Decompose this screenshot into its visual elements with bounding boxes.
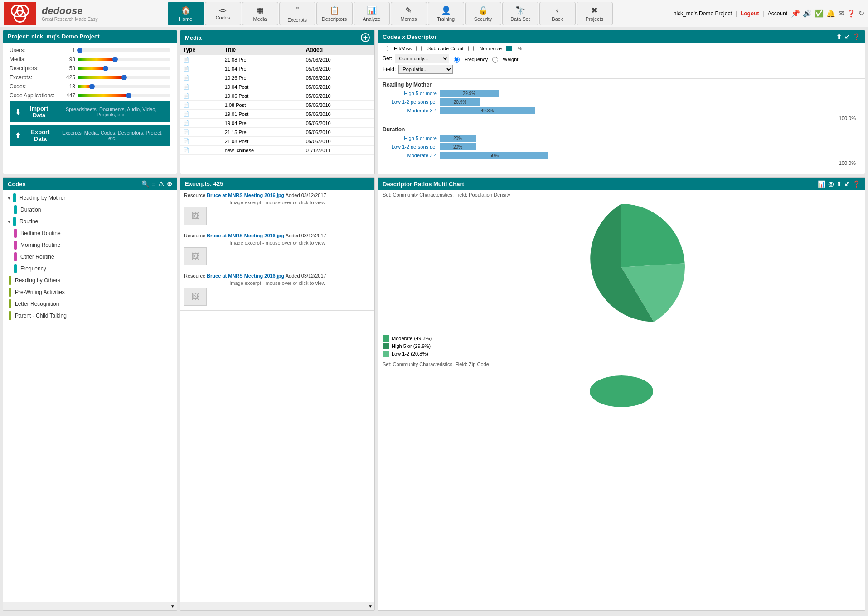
excerpt-filename[interactable]: Bruce at MNRS Meeting 2016.jpg [207,273,284,279]
excerpt-thumbnail[interactable]: 🖼 [184,288,207,306]
warning-icon[interactable]: ⚠ [158,180,164,188]
metric-descriptors-label: Descriptors: [10,65,59,72]
pin-icon[interactable]: 📌 [791,9,800,18]
ratios-content[interactable]: Set: Community Characteristics, Field: P… [378,190,865,610]
media-add-icon[interactable]: + [361,33,370,42]
metric-codes: Codes: 13 [10,83,170,90]
help-icon[interactable]: ❓ [847,9,856,18]
filter-icon[interactable]: ≡ [152,180,155,188]
chart-total: 100.0% [383,160,856,166]
media-row[interactable]: 📄1.08 Post05/06/2010 [180,101,374,110]
media-row[interactable]: 📄21.15 Pre05/06/2010 [180,128,374,137]
hitmiss-label: Hit/Miss [394,46,412,51]
list-item[interactable]: ▼ Routine [3,216,177,227]
import-button[interactable]: ⬇ Import Data Spreadsheets, Documents, A… [10,101,170,122]
pie-segment-moderate [621,204,685,267]
set-select[interactable]: Community... [395,54,449,63]
frequency-radio[interactable] [454,57,460,63]
account-button[interactable]: Account [768,10,787,17]
media-scroll[interactable]: Type Title Added 📄21.08 Pre05/06/2010📄11… [180,45,374,155]
tab-projects[interactable]: ✖ Projects [577,2,613,25]
metric-users-value: 1 [59,47,75,53]
media-row[interactable]: 📄new_chinese01/12/2011 [180,146,374,155]
logout-button[interactable]: Logout [741,10,759,17]
list-item[interactable]: Pre-Writing Activities [3,286,177,298]
list-item[interactable]: Morning Routine [3,239,177,251]
excerpt-thumbnail[interactable]: 🖼 [184,207,207,225]
metric-codeapps: Code Applications: 447 [10,92,170,99]
media-row[interactable]: 📄11.04 Pre05/06/2010 [180,64,374,73]
expand-icon[interactable]: ⤢ [844,33,850,40]
tab-codes[interactable]: <> Codes [205,2,241,25]
media-row[interactable]: 📄21.08 Post05/06/2010 [180,137,374,146]
codex-controls: Hit/Miss Sub-code Count Normalize % Set:… [378,43,865,79]
tab-descriptors[interactable]: 📋 Descriptors [316,2,353,25]
media-title-cell: 19.04 Post [222,82,303,91]
subcode-checkbox[interactable] [416,46,422,51]
list-item[interactable]: Duration [3,204,177,216]
export-button[interactable]: ⬆ Export Data Excerpts, Media, Codes, De… [10,125,170,146]
tab-media-label: Media [253,16,267,22]
media-row[interactable]: 📄10.26 Pre05/06/2010 [180,73,374,82]
tab-analyze-label: Analyze [363,16,380,22]
metric-codeapps-value: 447 [59,92,75,99]
doc-icon: 📄 [183,111,189,116]
chart-bar-value: 49.3% [481,108,494,113]
media-row[interactable]: 📄19.04 Post05/06/2010 [180,82,374,91]
tab-training[interactable]: 👤 Training [428,2,464,25]
chart-section-title: Reading by Mother [383,82,860,88]
excerpt-filename[interactable]: Bruce at MNRS Meeting 2016.jpg [207,192,284,198]
weight-radio[interactable] [492,57,498,63]
notification-icon[interactable]: 🔔 [826,9,835,18]
tab-excerpts[interactable]: " Excerpts [279,2,315,25]
codes-scroll-down[interactable]: ▼ [170,604,175,609]
media-row[interactable]: 📄19.01 Post05/06/2010 [180,110,374,119]
ratios-upload-icon[interactable]: ⬆ [836,180,842,188]
list-item[interactable]: Parent - Child Talking [3,310,177,322]
excerpts-scroll-down[interactable]: ▼ [368,604,373,609]
percent-label: % [518,46,522,51]
ratios-expand-icon[interactable]: ⤢ [844,180,850,188]
field-select[interactable]: Populatio... [398,65,453,74]
refresh-icon[interactable]: ↻ [858,9,864,18]
mail-icon[interactable]: ✉ [838,9,844,18]
media-row[interactable]: 📄19.04 Pre05/06/2010 [180,119,374,128]
hitmiss-checkbox[interactable] [383,46,388,51]
help-codex-icon[interactable]: ❓ [853,33,860,40]
tab-home[interactable]: 🏠 Home [168,2,204,25]
volume-icon[interactable]: 🔊 [803,9,812,18]
frequency-label: Frequency [464,57,488,62]
codex-chart[interactable]: Reading by Mother High 5 or more 29.9% L… [378,79,865,174]
ratios-help-icon[interactable]: ❓ [853,180,860,188]
excerpts-scroll[interactable]: Resource Bruce at MNRS Meeting 2016.jpg … [180,190,374,602]
media-row[interactable]: 📄19.06 Post05/06/2010 [180,91,374,101]
list-item[interactable]: Other Routine [3,251,177,263]
list-item[interactable]: Letter Recognition [3,298,177,310]
project-title: Project: nick_mq's Demo Project [8,33,100,40]
code-color-swatch [9,299,11,308]
tab-media[interactable]: ▦ Media [242,2,278,25]
list-item[interactable]: Bedtime Routine [3,227,177,239]
list-item[interactable]: Reading by Others [3,274,177,286]
normalize-checkbox[interactable] [468,46,474,51]
excerpt-resource-row: Resource Bruce at MNRS Meeting 2016.jpg … [184,192,371,198]
code-color-swatch [14,205,17,214]
tab-dataset[interactable]: 🔭 Data Set [502,2,538,25]
excerpt-filename[interactable]: Bruce at MNRS Meeting 2016.jpg [207,233,284,238]
tab-analyze[interactable]: 📊 Analyze [354,2,390,25]
tab-security[interactable]: 🔒 Security [465,2,501,25]
tab-memos[interactable]: ✎ Memos [391,2,427,25]
media-panel: Media + Type Title Added 📄21.08 Pre05/06… [180,30,375,174]
tab-back[interactable]: ‹ Back [539,2,576,25]
chart-bar-wrap: 60% [440,152,860,159]
media-date-cell: 05/06/2010 [303,101,374,110]
list-item[interactable]: ▼ Reading by Mother [3,192,177,204]
excerpt-thumbnail[interactable]: 🖼 [184,247,207,265]
media-row[interactable]: 📄21.08 Pre05/06/2010 [180,55,374,64]
bar-chart-icon[interactable]: 📊 [818,180,825,188]
upload-icon[interactable]: ⬆ [836,33,842,40]
add-code-icon[interactable]: ⊕ [167,180,172,188]
pie-chart-icon[interactable]: ◎ [828,180,834,188]
list-item[interactable]: Frequency [3,263,177,274]
search-icon[interactable]: 🔍 [141,180,149,188]
